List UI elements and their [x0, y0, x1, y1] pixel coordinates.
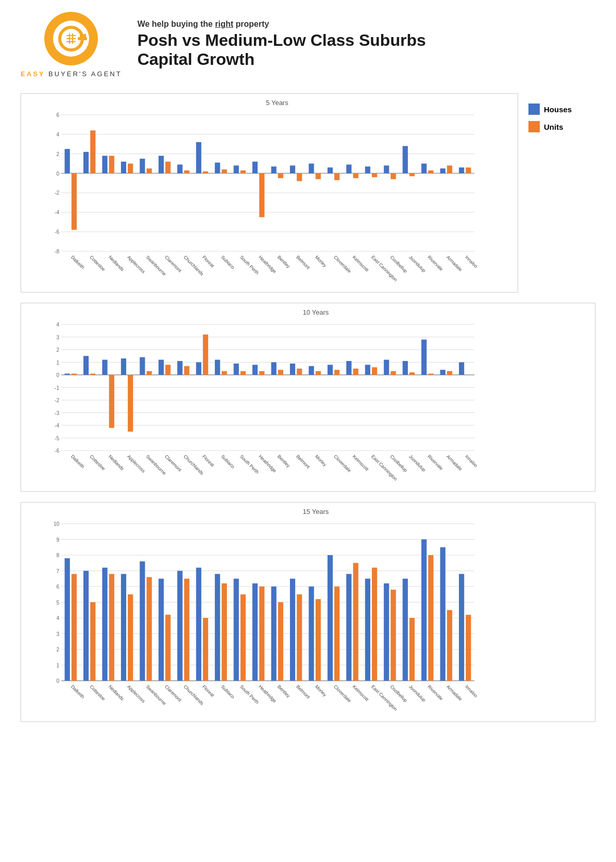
chart10-svg: -6-5-4-3-2-101234DalkeithCottesloeNedlan… [42, 319, 480, 484]
svg-text:-2: -2 [55, 398, 59, 403]
svg-text:Morley: Morley [314, 454, 328, 468]
svg-rect-52 [215, 163, 220, 174]
subtitle: We help buying the right property [138, 20, 595, 29]
svg-rect-68 [316, 174, 321, 179]
svg-text:Heathridge: Heathridge [258, 684, 277, 703]
svg-text:Armadale: Armadale [446, 254, 463, 272]
houses-legend-box [528, 104, 540, 115]
svg-rect-133 [165, 365, 170, 375]
svg-text:Subiaco: Subiaco [220, 254, 235, 270]
svg-rect-224 [177, 571, 182, 681]
svg-rect-243 [297, 594, 302, 681]
chart15-container: 15 Years 012345678910DalkeithCottesloeNe… [21, 502, 595, 722]
svg-text:Armadale: Armadale [446, 454, 463, 471]
svg-rect-216 [128, 594, 133, 681]
svg-rect-174 [421, 339, 426, 375]
svg-text:South Perth: South Perth [239, 684, 260, 705]
svg-text:9: 9 [56, 537, 59, 543]
svg-text:Joondulup: Joondulup [408, 454, 426, 472]
svg-rect-77 [372, 174, 377, 178]
svg-rect-64 [290, 165, 295, 173]
svg-rect-213 [109, 574, 114, 681]
svg-text:7: 7 [56, 568, 59, 574]
svg-rect-92 [466, 167, 471, 173]
chart5-svg: -8-6-4-20246DalkeithCottesloeNedlandsApp… [42, 110, 480, 285]
svg-rect-71 [334, 174, 339, 180]
svg-text:0: 0 [56, 372, 59, 378]
svg-text:-8: -8 [55, 249, 59, 254]
svg-rect-234 [241, 594, 246, 681]
chart5-section: 5 Years -8-6-4-20246DalkeithCottesloeNed… [21, 93, 595, 292]
svg-rect-147 [252, 365, 258, 375]
svg-text:6: 6 [56, 584, 59, 590]
logo-icon [43, 10, 99, 67]
svg-rect-227 [196, 567, 201, 681]
svg-rect-85 [421, 164, 426, 174]
svg-text:-5: -5 [55, 436, 59, 441]
svg-rect-228 [203, 618, 208, 681]
svg-rect-269 [459, 574, 464, 681]
svg-rect-255 [372, 567, 377, 681]
svg-rect-129 [140, 357, 145, 375]
svg-rect-151 [278, 370, 283, 375]
svg-rect-206 [64, 558, 70, 681]
svg-rect-141 [215, 360, 220, 375]
svg-text:Rivervale: Rivervale [426, 454, 444, 471]
svg-rect-73 [346, 165, 351, 174]
chart5-title: 5 Years [42, 99, 512, 107]
svg-rect-215 [121, 574, 126, 681]
svg-text:Applecross: Applecross [126, 254, 146, 274]
svg-rect-41 [147, 168, 152, 173]
svg-rect-31 [83, 152, 89, 174]
svg-rect-43 [159, 156, 164, 174]
svg-text:4: 4 [56, 132, 59, 137]
svg-text:Cottesloe: Cottesloe [89, 684, 106, 701]
svg-text:Innaloo: Innaloo [464, 454, 478, 468]
svg-rect-136 [184, 366, 189, 375]
svg-rect-126 [121, 358, 126, 375]
svg-rect-79 [384, 165, 389, 173]
svg-text:Kelmscott: Kelmscott [352, 254, 370, 272]
svg-rect-249 [334, 587, 339, 681]
svg-rect-29 [72, 174, 77, 230]
svg-rect-212 [102, 567, 107, 681]
svg-text:Heathridge: Heathridge [258, 254, 277, 274]
svg-rect-70 [328, 167, 333, 173]
brand-name: EASY BUYER'S AGENT [21, 70, 122, 78]
svg-rect-171 [403, 361, 408, 375]
svg-text:Bentley: Bentley [277, 454, 292, 469]
svg-text:Belmont: Belmont [295, 684, 311, 700]
chart10-title: 10 Years [42, 308, 590, 316]
svg-rect-123 [102, 360, 107, 375]
svg-rect-38 [128, 164, 133, 174]
svg-text:Bentley: Bentley [277, 254, 292, 269]
svg-rect-148 [259, 371, 264, 375]
main-title: Posh vs Medium-Low Class Suburbs Capital… [138, 31, 595, 69]
svg-text:South Perth: South Perth [239, 454, 260, 475]
svg-rect-118 [72, 374, 77, 375]
svg-rect-177 [440, 370, 446, 375]
svg-text:-3: -3 [55, 410, 59, 416]
svg-rect-35 [109, 156, 114, 174]
svg-text:Dalkeith: Dalkeith [70, 684, 85, 699]
svg-text:0: 0 [56, 171, 59, 177]
svg-text:Nedlands: Nedlands [108, 684, 125, 701]
svg-rect-168 [384, 360, 389, 375]
svg-text:Heathridge: Heathridge [258, 454, 277, 473]
svg-rect-89 [447, 165, 452, 173]
svg-rect-245 [309, 587, 314, 681]
svg-text:Floreat: Floreat [201, 254, 215, 268]
svg-text:Kelmscott: Kelmscott [352, 684, 370, 702]
svg-text:3: 3 [56, 335, 59, 340]
units-legend-label: Units [544, 123, 563, 131]
svg-rect-254 [365, 579, 370, 681]
svg-rect-163 [353, 369, 358, 375]
svg-rect-172 [409, 372, 415, 375]
svg-rect-233 [234, 579, 239, 681]
svg-rect-32 [90, 130, 95, 173]
svg-rect-209 [83, 571, 89, 681]
svg-rect-34 [102, 156, 107, 174]
svg-text:South Perth: South Perth [239, 254, 260, 275]
svg-rect-219 [147, 577, 152, 681]
svg-text:-2: -2 [55, 190, 59, 196]
